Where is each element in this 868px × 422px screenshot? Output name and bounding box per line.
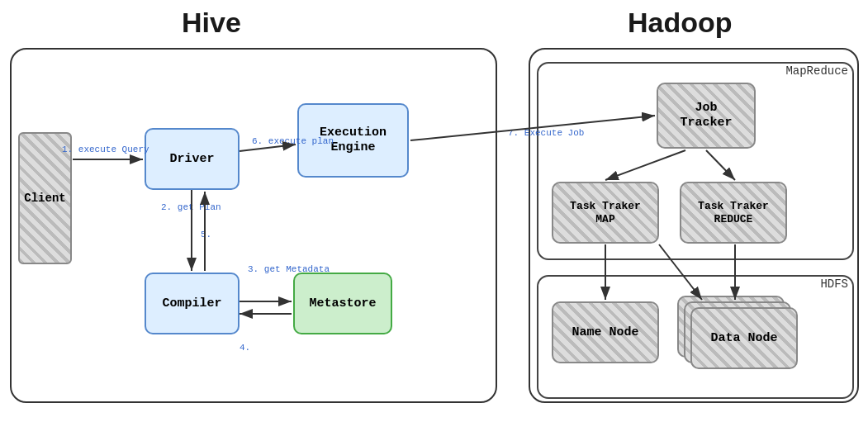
metastore-node: Metastore — [293, 273, 392, 334]
arrow-label-1: 1. execute Query — [62, 145, 149, 154]
arrow-label-2: 2. get Plan — [161, 202, 221, 212]
data-node: Data Node — [690, 307, 798, 369]
arrow-label-4: 4. — [240, 343, 250, 353]
main-diagram: Hive Hadoop MapReduce HDFS Client Driver… — [0, 0, 868, 422]
hive-section — [10, 48, 497, 403]
driver-node: Driver — [145, 128, 240, 190]
arrow-label-6: 6. execute plan — [252, 136, 334, 146]
hdfs-label: HDFS — [820, 277, 848, 291]
task-tracker-map-node: Task Traker MAP — [552, 182, 659, 244]
arrow-label-3: 3. get Metadata — [248, 264, 330, 274]
job-tracker-node: Job Tracker — [657, 83, 756, 149]
compiler-node: Compiler — [145, 273, 240, 334]
hive-title: Hive — [182, 7, 241, 39]
mapreduce-label: MapReduce — [785, 64, 848, 78]
arrow-label-5: 5. — [201, 230, 211, 239]
arrow-label-7: 7. Execute Job — [508, 128, 584, 138]
hadoop-title: Hadoop — [628, 7, 733, 39]
task-tracker-reduce-node: Task Traker REDUCE — [680, 182, 787, 244]
name-node: Name Node — [552, 301, 659, 363]
